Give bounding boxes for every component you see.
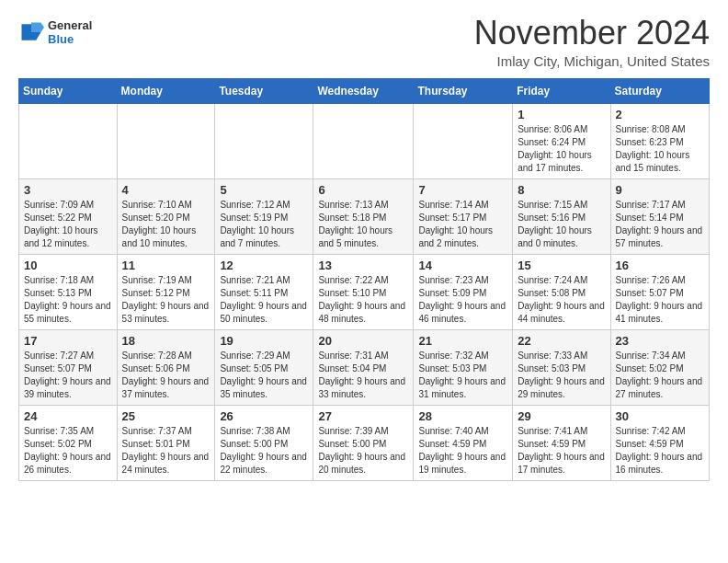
weekday-header-row: SundayMondayTuesdayWednesdayThursdayFrid… [19,78,710,103]
logo-icon [18,19,44,45]
day-number: 18 [122,334,210,348]
day-info: Sunrise: 8:06 AMSunset: 6:24 PMDaylight:… [518,123,605,175]
calendar-day: 12Sunrise: 7:21 AMSunset: 5:11 PMDayligh… [215,254,313,329]
day-info: Sunrise: 7:37 AMSunset: 5:01 PMDaylight:… [122,425,210,477]
calendar-day: 2Sunrise: 8:08 AMSunset: 6:23 PMDaylight… [610,103,709,178]
calendar-day: 30Sunrise: 7:42 AMSunset: 4:59 PMDayligh… [610,405,709,480]
day-number: 7 [418,183,507,197]
calendar-day: 18Sunrise: 7:28 AMSunset: 5:06 PMDayligh… [117,329,215,405]
day-info: Sunrise: 7:21 AMSunset: 5:11 PMDaylight:… [220,274,308,326]
day-number: 13 [318,259,408,272]
day-number: 23 [616,334,704,348]
month-title: November 2024 [474,15,710,52]
day-info: Sunrise: 7:40 AMSunset: 4:59 PMDaylight:… [418,425,507,477]
day-number: 15 [518,259,605,272]
day-number: 27 [318,409,408,423]
day-number: 16 [616,259,704,272]
calendar-week-3: 10Sunrise: 7:18 AMSunset: 5:13 PMDayligh… [19,254,710,329]
day-info: Sunrise: 7:18 AMSunset: 5:13 PMDaylight:… [24,274,112,326]
calendar-header: SundayMondayTuesdayWednesdayThursdayFrid… [19,78,710,103]
svg-marker-1 [31,23,44,33]
day-info: Sunrise: 7:22 AMSunset: 5:10 PMDaylight:… [318,274,408,326]
calendar-day [414,103,513,178]
day-number: 1 [518,108,605,121]
calendar: SundayMondayTuesdayWednesdayThursdayFrid… [18,78,710,481]
calendar-day: 29Sunrise: 7:41 AMSunset: 4:59 PMDayligh… [513,405,610,480]
calendar-day [19,103,118,178]
calendar-day [117,103,215,178]
day-info: Sunrise: 7:27 AMSunset: 5:07 PMDaylight:… [24,350,112,401]
day-info: Sunrise: 7:34 AMSunset: 5:02 PMDaylight:… [616,350,704,401]
logo-blue-text: Blue [48,32,92,46]
logo-text-block: General Blue [48,18,92,46]
day-number: 22 [518,334,605,348]
calendar-day: 20Sunrise: 7:31 AMSunset: 5:04 PMDayligh… [313,329,414,405]
day-info: Sunrise: 7:41 AMSunset: 4:59 PMDaylight:… [518,425,605,477]
calendar-day: 10Sunrise: 7:18 AMSunset: 5:13 PMDayligh… [19,254,118,329]
calendar-day: 23Sunrise: 7:34 AMSunset: 5:02 PMDayligh… [610,329,709,405]
calendar-day: 25Sunrise: 7:37 AMSunset: 5:01 PMDayligh… [117,405,215,480]
weekday-header-wednesday: Wednesday [313,78,414,103]
title-block: November 2024 Imlay City, Michigan, Unit… [474,15,710,69]
weekday-header-monday: Monday [117,78,215,103]
day-number: 3 [24,183,112,197]
day-info: Sunrise: 7:15 AMSunset: 5:16 PMDaylight:… [518,199,605,250]
day-info: Sunrise: 7:31 AMSunset: 5:04 PMDaylight:… [318,350,408,401]
calendar-day: 6Sunrise: 7:13 AMSunset: 5:18 PMDaylight… [313,178,414,254]
day-info: Sunrise: 7:29 AMSunset: 5:05 PMDaylight:… [220,350,308,401]
day-number: 12 [220,259,308,272]
day-info: Sunrise: 7:10 AMSunset: 5:20 PMDaylight:… [122,199,210,250]
calendar-body: 1Sunrise: 8:06 AMSunset: 6:24 PMDaylight… [19,103,710,480]
logo-general-text: General [48,18,92,32]
weekday-header-friday: Friday [513,78,610,103]
calendar-day: 15Sunrise: 7:24 AMSunset: 5:08 PMDayligh… [513,254,610,329]
calendar-week-5: 24Sunrise: 7:35 AMSunset: 5:02 PMDayligh… [19,405,710,480]
day-number: 25 [122,409,210,423]
day-number: 26 [220,409,308,423]
page: General Blue November 2024 Imlay City, M… [0,0,728,490]
day-info: Sunrise: 8:08 AMSunset: 6:23 PMDaylight:… [616,123,704,175]
calendar-day: 5Sunrise: 7:12 AMSunset: 5:19 PMDaylight… [215,178,313,254]
day-info: Sunrise: 7:23 AMSunset: 5:09 PMDaylight:… [418,274,507,326]
calendar-day: 11Sunrise: 7:19 AMSunset: 5:12 PMDayligh… [117,254,215,329]
calendar-day: 14Sunrise: 7:23 AMSunset: 5:09 PMDayligh… [414,254,513,329]
day-info: Sunrise: 7:14 AMSunset: 5:17 PMDaylight:… [418,199,507,250]
day-number: 20 [318,334,408,348]
weekday-header-thursday: Thursday [414,78,513,103]
day-info: Sunrise: 7:39 AMSunset: 5:00 PMDaylight:… [318,425,408,477]
day-number: 2 [616,108,704,121]
day-info: Sunrise: 7:19 AMSunset: 5:12 PMDaylight:… [122,274,210,326]
day-info: Sunrise: 7:42 AMSunset: 4:59 PMDaylight:… [616,425,704,477]
day-info: Sunrise: 7:13 AMSunset: 5:18 PMDaylight:… [318,199,408,250]
day-number: 19 [220,334,308,348]
day-number: 6 [318,183,408,197]
calendar-day: 7Sunrise: 7:14 AMSunset: 5:17 PMDaylight… [414,178,513,254]
day-info: Sunrise: 7:24 AMSunset: 5:08 PMDaylight:… [518,274,605,326]
location: Imlay City, Michigan, United States [474,53,710,69]
calendar-day [313,103,414,178]
calendar-day: 26Sunrise: 7:38 AMSunset: 5:00 PMDayligh… [215,405,313,480]
calendar-week-2: 3Sunrise: 7:09 AMSunset: 5:22 PMDaylight… [19,178,710,254]
day-number: 29 [518,409,605,423]
day-info: Sunrise: 7:32 AMSunset: 5:03 PMDaylight:… [418,350,507,401]
calendar-day: 22Sunrise: 7:33 AMSunset: 5:03 PMDayligh… [513,329,610,405]
calendar-day: 24Sunrise: 7:35 AMSunset: 5:02 PMDayligh… [19,405,118,480]
day-number: 28 [418,409,507,423]
day-number: 11 [122,259,210,272]
calendar-day: 28Sunrise: 7:40 AMSunset: 4:59 PMDayligh… [414,405,513,480]
calendar-day: 4Sunrise: 7:10 AMSunset: 5:20 PMDaylight… [117,178,215,254]
calendar-day: 1Sunrise: 8:06 AMSunset: 6:24 PMDaylight… [513,103,610,178]
day-number: 21 [418,334,507,348]
day-number: 30 [616,409,704,423]
day-info: Sunrise: 7:26 AMSunset: 5:07 PMDaylight:… [616,274,704,326]
day-number: 9 [616,183,704,197]
header: General Blue November 2024 Imlay City, M… [18,15,710,69]
calendar-day: 3Sunrise: 7:09 AMSunset: 5:22 PMDaylight… [19,178,118,254]
day-info: Sunrise: 7:12 AMSunset: 5:19 PMDaylight:… [220,199,308,250]
calendar-day: 27Sunrise: 7:39 AMSunset: 5:00 PMDayligh… [313,405,414,480]
day-number: 10 [24,259,112,272]
day-info: Sunrise: 7:17 AMSunset: 5:14 PMDaylight:… [616,199,704,250]
day-number: 5 [220,183,308,197]
calendar-day: 13Sunrise: 7:22 AMSunset: 5:10 PMDayligh… [313,254,414,329]
day-info: Sunrise: 7:33 AMSunset: 5:03 PMDaylight:… [518,350,605,401]
